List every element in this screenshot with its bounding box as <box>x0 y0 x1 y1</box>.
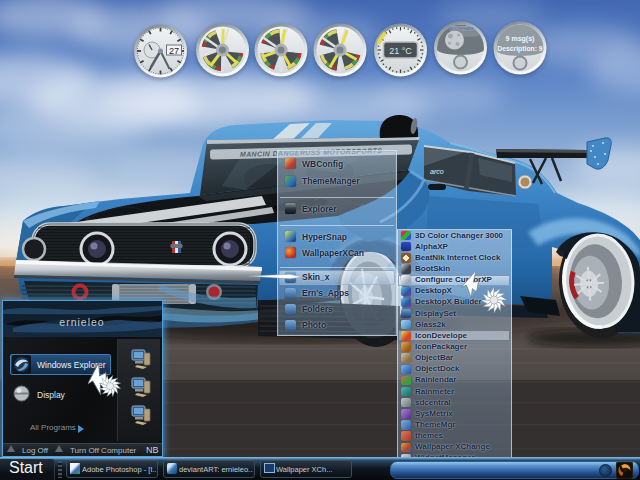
svg-text:MOONPHASE: MOONPHASE <box>449 27 474 31</box>
svg-text:21 °C: 21 °C <box>389 46 412 56</box>
svg-text:arco: arco <box>430 168 444 175</box>
svg-text:9 msg(s): 9 msg(s) <box>506 35 535 43</box>
svg-text:Description: 9: Description: 9 <box>497 45 543 53</box>
svg-text:27: 27 <box>169 46 179 56</box>
svg-text:ernieleo: ernieleo <box>59 316 104 328</box>
